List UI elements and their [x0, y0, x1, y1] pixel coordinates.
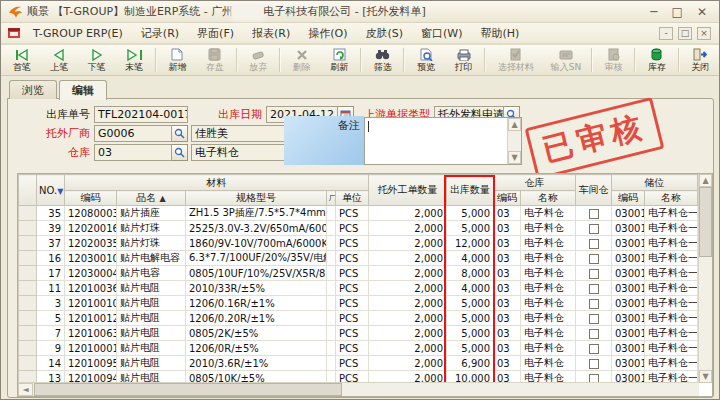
grid-row[interactable]: 3512080003贴片插座ZH1.5 3P插座/7.5*5.7*4mmPCS2… [19, 206, 698, 221]
cell-sel[interactable] [19, 356, 37, 371]
cell-order_qty[interactable]: 2,000 [369, 236, 447, 251]
cell-unit[interactable]: PCS [336, 266, 369, 281]
cell-sel[interactable] [19, 326, 37, 341]
cell-sel[interactable] [19, 206, 37, 221]
new-button[interactable]: 新增 [159, 46, 196, 74]
cell-no[interactable]: 39 [37, 221, 65, 236]
tab-browse[interactable]: 浏览 [9, 80, 57, 99]
cell-spec[interactable]: 1206/0.16R/±1% [186, 296, 327, 311]
cell-wh_name[interactable]: 电子料仓 [521, 311, 576, 326]
cell-sel[interactable] [19, 251, 37, 266]
cell-spec[interactable]: ZH1.5 3P插座/7.5*5.7*4mm [186, 206, 327, 221]
cell-no[interactable]: 9 [37, 341, 65, 356]
remark-textarea[interactable]: ▲ ▼ [364, 117, 522, 165]
col-header-brand[interactable]: 厂牌 [327, 191, 336, 206]
cell-out_qty[interactable]: 5,000 [447, 326, 494, 341]
inventory-button[interactable]: 库存 [638, 46, 675, 74]
col-header-wh-code[interactable]: 编码 [494, 191, 521, 206]
cell-brand[interactable] [327, 326, 336, 341]
cell-cb[interactable] [576, 311, 612, 326]
horizontal-scroll-thumb[interactable] [34, 383, 342, 396]
save-button[interactable]: 存盘 [196, 46, 233, 74]
cell-wh_name[interactable]: 电子料仓 [521, 296, 576, 311]
input-sn-button[interactable]: 输入SN [543, 46, 588, 74]
cell-out_qty[interactable]: 4,000 [447, 281, 494, 296]
workshop-checkbox[interactable] [589, 329, 599, 339]
workshop-checkbox[interactable] [589, 269, 599, 279]
col-header-unit[interactable]: 单位 [336, 191, 369, 206]
cell-code[interactable]: 12010095 [65, 356, 117, 371]
cell-code[interactable]: 12010001 [65, 341, 117, 356]
mdi-restore-button[interactable]: □ [678, 27, 692, 40]
cell-brand[interactable] [327, 341, 336, 356]
cell-brand[interactable] [327, 251, 336, 266]
cell-wh_name[interactable]: 电子料仓 [521, 281, 576, 296]
cell-cb[interactable] [576, 206, 612, 221]
cell-wh_code[interactable]: 03 [494, 311, 521, 326]
cell-unit[interactable]: PCS [336, 236, 369, 251]
cell-out_qty[interactable]: 5,000 [447, 296, 494, 311]
print-button[interactable]: 打印 [445, 46, 482, 74]
first-record-button[interactable]: 首笔 [3, 46, 40, 74]
cell-out_qty[interactable]: 5,000 [447, 206, 494, 221]
cell-wh_code[interactable]: 03 [494, 221, 521, 236]
cell-spec[interactable]: 1860/9V-10V/700mA/6000K-6500K/... [186, 236, 327, 251]
cell-wh_name[interactable]: 电子料仓 [521, 236, 576, 251]
cell-no[interactable]: 37 [37, 236, 65, 251]
cell-cb[interactable] [576, 266, 612, 281]
cell-name[interactable]: 贴片插座 [117, 206, 186, 221]
cell-wh_name[interactable]: 电子料仓 [521, 221, 576, 236]
select-material-button[interactable]: 选择材料 [488, 46, 543, 74]
cell-no[interactable]: 14 [37, 356, 65, 371]
cell-wh_code[interactable]: 03 [494, 206, 521, 221]
cell-loc_code[interactable]: 03001 [612, 326, 645, 341]
previous-record-button[interactable]: 上笔 [40, 46, 77, 74]
col-header-out-qty[interactable]: 出库数量 [447, 175, 494, 206]
cell-loc_name[interactable]: 电子料仓一储 [645, 236, 698, 251]
cell-code[interactable]: 12010036 [65, 281, 117, 296]
cell-sel[interactable] [19, 341, 37, 356]
delete-button[interactable]: 删除 [283, 46, 320, 74]
cell-unit[interactable]: PCS [336, 326, 369, 341]
cell-cb[interactable] [576, 236, 612, 251]
col-header-code[interactable]: 编码 [65, 191, 117, 206]
cell-wh_name[interactable]: 电子料仓 [521, 206, 576, 221]
cell-name[interactable]: 贴片电阻 [117, 311, 186, 326]
cell-code[interactable]: 12010063 [65, 326, 117, 341]
col-header-no[interactable]: NO.▼ [37, 175, 65, 206]
cell-brand[interactable] [327, 236, 336, 251]
cell-wh_code[interactable]: 03 [494, 251, 521, 266]
grid-row[interactable]: 1712030004贴片电容0805/10UF/10%/25V/X5R/85℃P… [19, 266, 698, 281]
menu-item-window[interactable]: 窗口(W) [412, 24, 471, 43]
cell-no[interactable]: 5 [37, 311, 65, 326]
menu-item-tgroup-erp[interactable]: T-GROUP ERP(E) [24, 25, 132, 42]
grid-row[interactable]: 312010010贴片电阻1206/0.16R/±1%PCS2,0005,000… [19, 296, 698, 311]
cell-order_qty[interactable]: 2,000 [369, 356, 447, 371]
cell-brand[interactable] [327, 281, 336, 296]
cell-unit[interactable]: PCS [336, 356, 369, 371]
cell-code[interactable]: 12020016 [65, 221, 117, 236]
vendor-code-field[interactable]: G0006 [94, 125, 172, 142]
cell-loc_name[interactable]: 电子料仓一储 [645, 311, 698, 326]
menu-item-operation[interactable]: 操作(O) [299, 24, 356, 43]
abandon-button[interactable]: 放弃 [240, 46, 277, 74]
menu-item-skin[interactable]: 皮肤(S) [357, 24, 413, 43]
grid-row[interactable]: 712010063贴片电阻0805/2K/±5%PCS2,0005,00003电… [19, 326, 698, 341]
cell-order_qty[interactable]: 2,000 [369, 206, 447, 221]
warehouse-lookup-button[interactable] [172, 144, 188, 161]
cell-unit[interactable]: PCS [336, 296, 369, 311]
cell-wh_name[interactable]: 电子料仓 [521, 341, 576, 356]
cell-brand[interactable] [327, 356, 336, 371]
cell-loc_name[interactable]: 电子料仓一储 [645, 221, 698, 236]
cell-out_qty[interactable]: 5,000 [447, 221, 494, 236]
mdi-minimize-button[interactable]: - [659, 27, 673, 40]
cell-sel[interactable] [19, 266, 37, 281]
cell-loc_code[interactable]: 03001 [612, 251, 645, 266]
remark-scrollbar[interactable]: ▲ ▼ [507, 118, 521, 164]
cell-unit[interactable]: PCS [336, 311, 369, 326]
menu-item-help[interactable]: 帮助(H) [472, 24, 529, 43]
cell-loc_name[interactable]: 电子料仓一储 [645, 341, 698, 356]
cell-code[interactable]: 12080003 [65, 206, 117, 221]
cell-name[interactable]: 贴片电阻 [117, 281, 186, 296]
cell-wh_code[interactable]: 03 [494, 326, 521, 341]
